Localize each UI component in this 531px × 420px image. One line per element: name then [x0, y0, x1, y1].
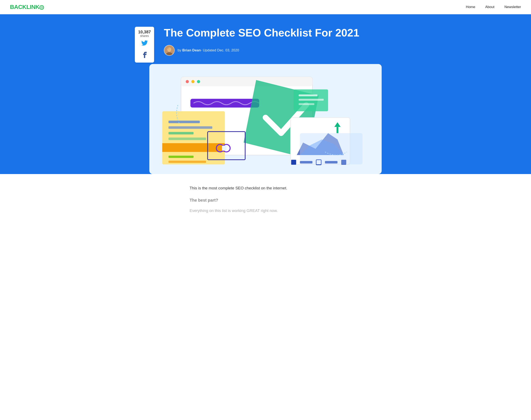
hero-illustration: [156, 71, 375, 168]
nav-about[interactable]: About: [485, 5, 494, 9]
svg-point-7: [186, 80, 189, 83]
svg-rect-37: [300, 133, 363, 165]
hero-inner: 10,387 shares The Complete SEO Checklist…: [151, 27, 380, 174]
hero-section: 10,387 shares The Complete SEO Checklist…: [0, 14, 531, 174]
svg-rect-23: [299, 103, 314, 105]
svg-point-3: [168, 48, 169, 49]
site-header: BACKLINKO Home About Newsletter: [0, 0, 531, 14]
logo-o-circle: O: [39, 5, 44, 10]
svg-point-9: [197, 80, 200, 83]
svg-rect-16: [168, 156, 193, 158]
intro-text: This is the most complete SEO checklist …: [190, 185, 341, 192]
nav-newsletter[interactable]: Newsletter: [504, 5, 521, 9]
site-logo[interactable]: BACKLINKO: [10, 4, 44, 10]
svg-rect-11: [168, 120, 200, 123]
facebook-icon[interactable]: [138, 51, 151, 60]
page-title: The Complete SEO Checklist For 2021: [151, 27, 380, 39]
author-byline: by Brian Dean· Updated Dec. 03, 2020: [177, 48, 239, 52]
nav-home[interactable]: Home: [466, 5, 475, 9]
author-prefix: by: [177, 48, 182, 52]
best-part-label: The best part?: [190, 197, 341, 204]
svg-rect-22: [299, 99, 324, 101]
svg-rect-17: [168, 161, 206, 163]
avatar-image: [164, 45, 174, 55]
author-row: by Brian Dean· Updated Dec. 03, 2020: [151, 45, 380, 56]
main-nav: Home About Newsletter: [466, 5, 521, 9]
svg-rect-15: [162, 143, 225, 152]
share-count: 10,387: [138, 30, 151, 34]
svg-rect-21: [299, 94, 318, 96]
subtext: Everything on this list is working GREAT…: [190, 207, 341, 214]
svg-rect-12: [168, 126, 212, 129]
share-label: shares: [138, 34, 151, 38]
svg-rect-14: [168, 138, 206, 140]
svg-rect-31: [222, 146, 226, 151]
svg-rect-32: [291, 160, 296, 165]
author-date: · Updated Dec. 03, 2020: [201, 48, 239, 52]
content-section: This is the most complete SEO checklist …: [185, 174, 346, 227]
author-name: Brian Dean: [182, 48, 201, 52]
svg-rect-13: [168, 132, 193, 134]
twitter-icon[interactable]: [138, 40, 151, 48]
svg-rect-18: [190, 99, 259, 107]
svg-rect-27: [337, 127, 338, 133]
avatar: [164, 45, 175, 56]
svg-rect-6: [181, 77, 313, 86]
svg-point-8: [191, 80, 194, 83]
share-widget: 10,387 shares: [135, 27, 154, 62]
hero-image-card: [149, 64, 382, 174]
